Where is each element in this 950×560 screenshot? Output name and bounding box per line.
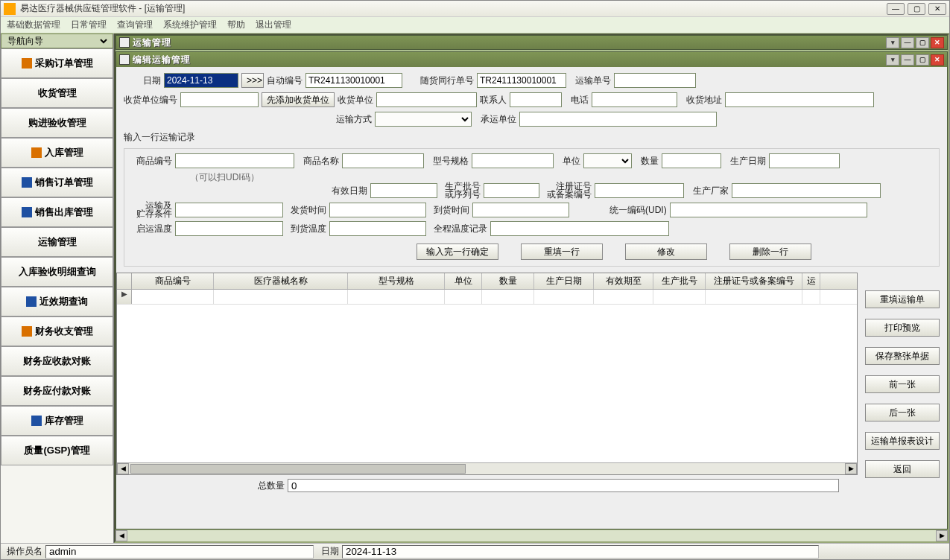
prodname-input[interactable] <box>342 153 424 168</box>
col-prodno[interactable]: 商品编号 <box>132 273 214 289</box>
print-preview-button[interactable]: 打印预览 <box>865 319 940 337</box>
delete-line-button[interactable]: 删除一行 <box>729 244 811 260</box>
child-bg-titlebar[interactable]: 运输管理 ▾ — ▢ ✕ <box>116 36 947 49</box>
close-button[interactable]: ✕ <box>928 3 946 15</box>
nav-gsp[interactable]: 质量(GSP)管理 <box>1 436 113 465</box>
col-reg[interactable]: 注册证号或备案编号 <box>706 273 802 289</box>
trans-mode-select[interactable] <box>375 112 472 127</box>
nav-expiry-query[interactable]: 近效期查询 <box>1 287 113 316</box>
recv-addr-input[interactable] <box>725 92 874 107</box>
nav-sales-order[interactable]: 销售订单管理 <box>1 168 113 197</box>
shiptime-input[interactable] <box>329 203 426 217</box>
col-expire[interactable]: 有效期至 <box>594 273 653 289</box>
recv-unit-input[interactable] <box>376 92 477 107</box>
refill-transport-button[interactable]: 重填运输单 <box>865 290 940 308</box>
total-qty-input[interactable] <box>288 479 839 492</box>
refill-line-button[interactable]: 重填一行 <box>521 244 603 260</box>
contact-input[interactable] <box>510 92 562 107</box>
templog-input[interactable] <box>490 221 669 236</box>
nav-receivable[interactable]: 财务应收款对账 <box>1 346 113 376</box>
scroll-right-icon[interactable]: ▶ <box>845 463 857 474</box>
udicode-input[interactable] <box>670 203 867 217</box>
nav-finance[interactable]: 财务收支管理 <box>1 316 113 346</box>
menu-basic-data[interactable]: 基础数据管理 <box>7 19 60 31</box>
prev-doc-button[interactable]: 前一张 <box>865 375 940 393</box>
grid-row[interactable]: ▶ <box>117 290 857 305</box>
menu-query[interactable]: 查询管理 <box>117 19 153 31</box>
nav-purchase-order[interactable]: 采购订单管理 <box>1 48 113 78</box>
nav-sales-out[interactable]: 销售出库管理 <box>1 197 113 227</box>
mdi-scroll-right-icon[interactable]: ▶ <box>936 530 948 541</box>
next-doc-button[interactable]: 后一张 <box>865 404 940 421</box>
bg-dropdown-button[interactable]: ▾ <box>886 37 899 48</box>
nav-transport[interactable]: 运输管理 <box>1 227 113 257</box>
grid-body[interactable]: ▶ <box>117 290 857 462</box>
store-input[interactable] <box>175 203 283 217</box>
bg-min-button[interactable]: — <box>901 37 914 48</box>
menu-exit[interactable]: 退出管理 <box>256 19 291 31</box>
scroll-thumb[interactable] <box>130 464 466 474</box>
nav-payable[interactable]: 财务应付款对账 <box>1 376 113 406</box>
menu-system[interactable]: 系统维护管理 <box>163 19 217 31</box>
bg-max-button[interactable]: ▢ <box>916 37 929 48</box>
col-batch[interactable]: 生产批号 <box>653 273 706 289</box>
spec-input[interactable] <box>472 153 554 168</box>
col-name[interactable]: 医疗器械名称 <box>214 273 348 289</box>
return-button[interactable]: 返回 <box>865 460 940 478</box>
col-unit[interactable]: 单位 <box>445 273 482 289</box>
col-proddate[interactable]: 生产日期 <box>534 273 594 289</box>
child-min-button[interactable]: — <box>901 54 914 66</box>
child-max-button[interactable]: ▢ <box>916 54 929 66</box>
menu-help[interactable]: 帮助 <box>227 19 245 31</box>
arrivetemp-input[interactable] <box>329 221 426 236</box>
mdi-scroll-left-icon[interactable]: ◀ <box>115 530 127 541</box>
starttemp-input[interactable] <box>175 221 283 236</box>
nav-inventory[interactable]: 库存管理 <box>1 406 113 436</box>
carrier-input[interactable] <box>519 112 717 127</box>
child-dropdown-button[interactable]: ▾ <box>886 54 899 66</box>
date-more-button[interactable]: >>> <box>241 73 264 88</box>
report-design-button[interactable]: 运输单报表设计 <box>865 432 940 450</box>
udi-hint: （可以扫UDI码） <box>190 171 259 184</box>
reg-input[interactable] <box>595 183 684 198</box>
nav-instock-detail[interactable]: 入库验收明细查询 <box>1 257 113 287</box>
confirm-line-button[interactable]: 输入完一行确定 <box>417 244 498 260</box>
col-spec[interactable]: 型号规格 <box>348 273 445 289</box>
save-doc-button[interactable]: 保存整张单据 <box>865 347 940 365</box>
phone-input[interactable] <box>592 92 677 107</box>
scroll-left-icon[interactable]: ◀ <box>117 463 129 474</box>
col-more[interactable]: 运 <box>802 273 820 289</box>
grid-hscroll[interactable]: ◀ ▶ <box>117 462 857 474</box>
edit-line-button[interactable]: 修改 <box>625 244 707 260</box>
autono-label: 自动编号 <box>267 74 303 87</box>
prodno-input[interactable] <box>175 153 294 168</box>
batch-input[interactable] <box>484 183 539 198</box>
nav-instock[interactable]: 入库管理 <box>1 138 113 168</box>
nav-receive[interactable]: 收货管理 <box>1 78 113 108</box>
child-close-button[interactable]: ✕ <box>931 54 944 66</box>
col-qty[interactable]: 数量 <box>482 273 534 289</box>
date-input[interactable] <box>164 73 238 88</box>
transportno-input[interactable] <box>614 73 696 88</box>
data-grid[interactable]: 商品编号 医疗器械名称 型号规格 单位 数量 生产日期 有效期至 生产批号 注册… <box>116 273 858 475</box>
workspace: 导航向导 采购订单管理 收货管理 购进验收管理 入库管理 销售订单管理 销售出库… <box>1 34 949 543</box>
autono-input[interactable] <box>305 73 402 88</box>
minimize-button[interactable]: — <box>887 3 905 15</box>
bg-close-button[interactable]: ✕ <box>931 37 944 48</box>
maker-input[interactable] <box>732 183 881 198</box>
nav-guide-select[interactable]: 导航向导 <box>4 35 110 47</box>
mdi-hscroll[interactable]: ◀ ▶ <box>115 529 948 541</box>
child-titlebar[interactable]: 编辑运输管理 ▾ — ▢ ✕ <box>116 52 947 67</box>
maximize-button[interactable]: ▢ <box>908 3 925 15</box>
expire-input[interactable] <box>370 183 437 198</box>
qty-input[interactable] <box>662 153 721 168</box>
accomp-input[interactable] <box>477 73 566 88</box>
record-group: 商品编号 商品名称 型号规格 单位 数量 生产日期 <box>124 148 940 267</box>
arrivetime-input[interactable] <box>472 203 569 217</box>
proddate-input[interactable] <box>769 153 840 168</box>
menu-daily[interactable]: 日常管理 <box>71 19 107 31</box>
unit-select[interactable] <box>583 153 632 168</box>
add-recv-unit-button[interactable]: 先添加收货单位 <box>262 92 335 107</box>
nav-inspection[interactable]: 购进验收管理 <box>1 108 113 138</box>
recv-unit-no-input[interactable] <box>180 92 259 107</box>
